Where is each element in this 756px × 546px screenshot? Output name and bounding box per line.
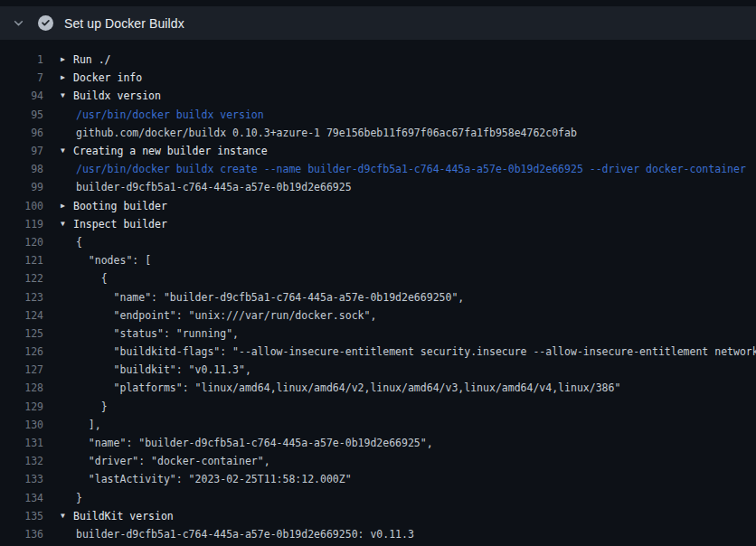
log-row: 130 ], bbox=[0, 416, 756, 434]
log-row: 95 /usr/bin/docker buildx version bbox=[0, 106, 756, 124]
log-row: 125 "status": "running", bbox=[0, 325, 756, 343]
line-number[interactable]: 7 bbox=[0, 71, 43, 84]
line-number[interactable]: 119 bbox=[0, 218, 43, 231]
line-text: "endpoint": "unix:///var/run/docker.sock… bbox=[73, 309, 756, 322]
line-text: Run ./ bbox=[73, 53, 756, 66]
line-number[interactable]: 130 bbox=[0, 419, 43, 431]
line-text: "buildkitd-flags": "--allow-insecure-ent… bbox=[73, 345, 756, 358]
line-number[interactable]: 99 bbox=[0, 181, 43, 193]
log-row: 98 /usr/bin/docker buildx create --name … bbox=[0, 160, 756, 178]
caret-right-icon[interactable]: ▶ bbox=[43, 74, 73, 81]
log-row[interactable]: 94 ▼ Buildx version bbox=[0, 87, 756, 105]
line-text: { bbox=[73, 236, 756, 249]
line-text: "buildkit": "v0.11.3", bbox=[73, 363, 756, 376]
line-text: BuildKit version bbox=[73, 510, 756, 522]
actions-log-viewer: Set up Docker Buildx 1 ▶ Run ./ 7 ▶ Dock… bbox=[0, 0, 756, 546]
caret-right-icon[interactable]: ▶ bbox=[43, 202, 73, 210]
line-text: "name": "builder-d9cfb5a1-c764-445a-a57e… bbox=[73, 437, 756, 449]
line-text: Buildx version bbox=[73, 89, 756, 102]
log-row: 129 } bbox=[0, 398, 756, 416]
log-row: 124 "endpoint": "unix:///var/run/docker.… bbox=[0, 306, 756, 325]
log-row: 133 "lastActivity": "2023-02-25T11:58:12… bbox=[0, 470, 756, 488]
line-text: builder-d9cfb5a1-c764-445a-a57e-0b19d2e6… bbox=[73, 181, 756, 193]
caret-down-icon[interactable]: ▼ bbox=[43, 221, 73, 228]
line-text: github.com/docker/buildx 0.10.3+azure-1 … bbox=[73, 127, 756, 139]
line-text: /usr/bin/docker buildx version bbox=[73, 108, 756, 121]
caret-down-icon[interactable]: ▼ bbox=[43, 92, 73, 99]
line-number[interactable]: 121 bbox=[0, 254, 43, 267]
line-text: "name": "builder-d9cfb5a1-c764-445a-a57e… bbox=[73, 291, 756, 304]
line-number[interactable]: 134 bbox=[0, 492, 43, 504]
log-row: 126 "buildkitd-flags": "--allow-insecure… bbox=[0, 343, 756, 361]
line-text: ], bbox=[73, 419, 756, 431]
log-row[interactable]: 135 ▼ BuildKit version bbox=[0, 507, 756, 525]
line-text: { bbox=[73, 272, 756, 285]
line-number[interactable]: 94 bbox=[0, 89, 43, 102]
line-text: builder-d9cfb5a1-c764-445a-a57e-0b19d2e6… bbox=[73, 528, 756, 541]
line-number[interactable]: 97 bbox=[0, 145, 43, 157]
log-row[interactable]: 1 ▶ Run ./ bbox=[0, 51, 756, 69]
line-text: } bbox=[73, 492, 756, 504]
line-number[interactable]: 122 bbox=[0, 272, 43, 285]
line-text: "lastActivity": "2023-02-25T11:58:12.000… bbox=[73, 473, 756, 485]
line-number[interactable]: 132 bbox=[0, 455, 43, 467]
line-number[interactable]: 95 bbox=[0, 108, 43, 121]
line-number[interactable]: 125 bbox=[0, 327, 43, 340]
line-number[interactable]: 98 bbox=[0, 163, 43, 175]
log-row: 131 "name": "builder-d9cfb5a1-c764-445a-… bbox=[0, 434, 756, 452]
log-row[interactable]: 119 ▼ Inspect builder bbox=[0, 215, 756, 233]
caret-down-icon[interactable]: ▼ bbox=[43, 513, 73, 520]
line-text: "platforms": "linux/amd64,linux/amd64/v2… bbox=[73, 381, 756, 394]
log-row: 99 builder-d9cfb5a1-c764-445a-a57e-0b19d… bbox=[0, 178, 756, 196]
step-title: Set up Docker Buildx bbox=[64, 16, 184, 31]
log-row[interactable]: 97 ▼ Creating a new builder instance bbox=[0, 142, 756, 160]
log-row: 128 "platforms": "linux/amd64,linux/amd6… bbox=[0, 379, 756, 397]
line-number[interactable]: 135 bbox=[0, 510, 43, 522]
line-text: "nodes": [ bbox=[73, 254, 756, 267]
line-text: Docker info bbox=[73, 71, 756, 84]
line-text: /usr/bin/docker buildx create --name bui… bbox=[73, 163, 756, 175]
log-row: 127 "buildkit": "v0.11.3", bbox=[0, 361, 756, 379]
line-number[interactable]: 131 bbox=[0, 437, 43, 449]
line-number[interactable]: 129 bbox=[0, 400, 43, 413]
line-number[interactable]: 127 bbox=[0, 363, 43, 376]
line-text: } bbox=[73, 400, 756, 413]
line-text: Inspect builder bbox=[73, 218, 756, 231]
log-row: 122 { bbox=[0, 269, 756, 287]
line-number[interactable]: 120 bbox=[0, 236, 43, 249]
line-number[interactable]: 123 bbox=[0, 291, 43, 304]
line-number[interactable]: 124 bbox=[0, 309, 43, 322]
line-text: Booting builder bbox=[73, 200, 756, 212]
log-row[interactable]: 100 ▶ Booting builder bbox=[0, 197, 756, 215]
line-number[interactable]: 96 bbox=[0, 127, 43, 139]
caret-down-icon[interactable]: ▼ bbox=[43, 147, 73, 155]
log-row[interactable]: 7 ▶ Docker info bbox=[0, 69, 756, 87]
caret-right-icon[interactable]: ▶ bbox=[43, 56, 73, 63]
log-row: 132 "driver": "docker-container", bbox=[0, 452, 756, 470]
log-row: 121 "nodes": [ bbox=[0, 251, 756, 269]
log-container: 1 ▶ Run ./ 7 ▶ Docker info 94 ▼ Buildx v… bbox=[0, 40, 756, 543]
chevron-down-icon[interactable] bbox=[13, 17, 24, 29]
log-row: 120 { bbox=[0, 233, 756, 251]
line-number[interactable]: 126 bbox=[0, 345, 43, 358]
line-number[interactable]: 1 bbox=[0, 53, 43, 66]
log-row: 123 "name": "builder-d9cfb5a1-c764-445a-… bbox=[0, 287, 756, 306]
check-circle-icon bbox=[38, 15, 53, 31]
line-text: "status": "running", bbox=[73, 327, 756, 340]
log-row: 134 } bbox=[0, 489, 756, 507]
log-row: 136 builder-d9cfb5a1-c764-445a-a57e-0b19… bbox=[0, 525, 756, 543]
line-text: "driver": "docker-container", bbox=[73, 455, 756, 467]
line-number[interactable]: 136 bbox=[0, 528, 43, 541]
line-number[interactable]: 133 bbox=[0, 473, 43, 485]
step-header[interactable]: Set up Docker Buildx bbox=[0, 6, 756, 40]
line-number[interactable]: 100 bbox=[0, 200, 43, 212]
line-number[interactable]: 128 bbox=[0, 381, 43, 394]
log-row: 96 github.com/docker/buildx 0.10.3+azure… bbox=[0, 124, 756, 142]
line-text: Creating a new builder instance bbox=[73, 145, 756, 157]
